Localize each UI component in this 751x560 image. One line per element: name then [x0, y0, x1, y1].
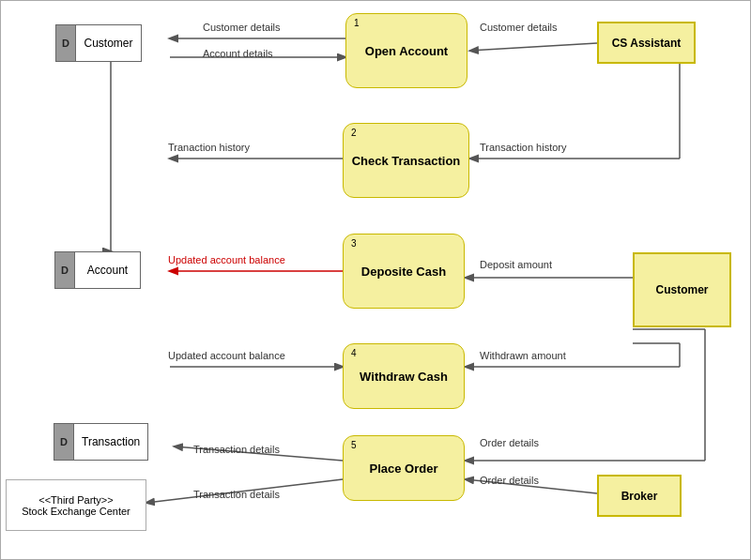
svg-line-0: [470, 43, 597, 51]
label-updated-balance-withdraw: Updated account balance: [168, 350, 285, 361]
label-transaction-details-third-party: Transaction details: [193, 489, 280, 500]
process-deposite-cash: 3 Deposite Cash: [343, 234, 465, 309]
label-transaction-history-left: Tranaction history: [168, 142, 250, 153]
datastore-d-account: D: [54, 251, 75, 289]
process-number-1: 1: [354, 18, 360, 28]
third-party-line1: <<Third Party>>: [22, 494, 130, 506]
label-account-details: Account details: [203, 48, 273, 59]
label-customer-details-cs: Customer details: [480, 22, 558, 33]
label-withdrawn-amount: Withdrawn amount: [480, 350, 566, 361]
label-deposit-amount: Deposit amount: [480, 259, 552, 270]
datastore-d-transaction: D: [54, 423, 74, 461]
third-party-line2: Stock Exchange Center: [22, 506, 130, 517]
process-label-1: Open Account: [365, 44, 448, 58]
datastore-label-customer: Customer: [76, 24, 142, 62]
process-label-5: Place Order: [370, 462, 438, 476]
process-check-transaction: 2 Check Transaction: [343, 123, 469, 198]
process-open-account: 1 Open Account: [345, 13, 467, 88]
process-label-4: Withdraw Cash: [360, 370, 448, 384]
entity-broker: Broker: [597, 475, 682, 517]
datastore-d-customer: D: [55, 24, 76, 62]
process-number-2: 2: [351, 128, 357, 138]
label-transaction-history-right: Transaction history: [480, 142, 567, 153]
entity-label-customer-right: Customer: [655, 283, 708, 296]
entity-cs-assistant: CS Assistant: [597, 22, 696, 64]
datastore-account: D Account: [54, 251, 186, 289]
datastore-label-account: Account: [75, 251, 141, 289]
label-customer-details-top: Customer details: [203, 22, 281, 33]
process-number-3: 3: [351, 238, 357, 249]
diagram: 1 Open Account 2 Check Transaction 3 Dep…: [0, 0, 751, 560]
entity-third-party: <<Third Party>> Stock Exchange Center: [6, 479, 146, 531]
process-label-2: Check Transaction: [352, 154, 461, 168]
datastore-customer: D Customer: [55, 24, 187, 62]
entity-label-cs-assistant: CS Assistant: [612, 37, 682, 50]
process-number-4: 4: [351, 348, 357, 358]
datastore-transaction: D Transaction: [54, 423, 192, 461]
label-transaction-details-left: Transaction details: [193, 444, 280, 455]
label-order-details-broker: Order details: [480, 475, 539, 486]
entity-customer-right: Customer: [633, 252, 731, 327]
label-updated-balance-deposit: Updated account balance: [168, 254, 285, 265]
process-withdraw-cash: 4 Withdraw Cash: [343, 343, 465, 409]
process-number-5: 5: [351, 440, 357, 450]
label-order-details-customer: Order details: [480, 437, 539, 448]
datastore-label-transaction: Transaction: [74, 423, 148, 461]
process-label-3: Deposite Cash: [361, 265, 446, 279]
process-place-order: 5 Place Order: [343, 435, 465, 501]
entity-label-broker: Broker: [621, 490, 658, 503]
